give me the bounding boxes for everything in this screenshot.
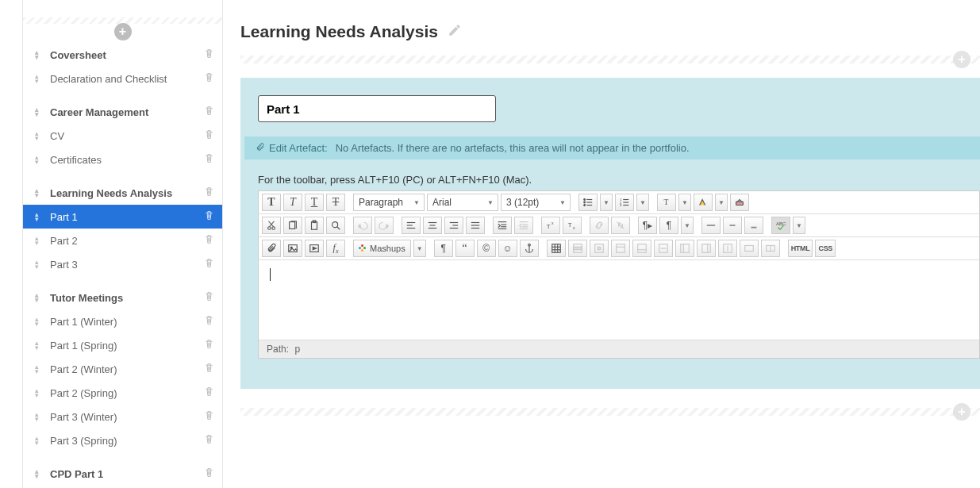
bullet-list-button[interactable] [578, 194, 598, 211]
strikethrough-button[interactable]: T [326, 194, 345, 211]
font-select[interactable]: Arial [427, 194, 498, 211]
align-right-button[interactable] [444, 217, 463, 234]
sidebar-item[interactable]: ▴▾CV [23, 124, 222, 148]
edit-artefact-link[interactable]: Edit Artefact: [269, 142, 328, 154]
table-button[interactable] [547, 240, 566, 257]
unlink-button[interactable] [611, 217, 630, 234]
trash-icon[interactable] [204, 434, 214, 447]
align-center-button[interactable] [423, 217, 442, 234]
editor-textarea[interactable] [259, 260, 979, 340]
link-button[interactable] [590, 217, 609, 234]
mashups-button[interactable]: Mashups [353, 240, 411, 257]
trash-icon[interactable] [204, 258, 214, 271]
sidebar-item[interactable]: ▴▾Certificates [23, 148, 222, 171]
merge-cells-button[interactable] [740, 240, 759, 257]
trash-icon[interactable] [204, 410, 214, 423]
drag-handle-icon[interactable]: ▴▾ [31, 436, 42, 445]
bullet-list-dropdown[interactable]: ▼ [600, 194, 613, 211]
drag-handle-icon[interactable]: ▴▾ [31, 469, 42, 478]
bold-button[interactable]: T [262, 194, 281, 211]
trash-icon[interactable] [204, 153, 214, 166]
subscript-button[interactable]: Tx [563, 217, 582, 234]
mashups-dropdown[interactable]: ▼ [413, 240, 426, 257]
sidebar-item[interactable]: ▴▾Part 2 (Spring) [23, 381, 222, 405]
sidebar-section-header[interactable]: ▴▾Tutor Meetings [23, 286, 222, 309]
hr-button[interactable] [701, 217, 721, 234]
trash-icon[interactable] [204, 291, 214, 304]
spellcheck-button[interactable]: ABC [771, 217, 790, 234]
section-title-input[interactable] [258, 95, 496, 122]
sidebar-item[interactable]: ▴▾Part 1 (Spring) [23, 333, 222, 357]
highlight-button[interactable] [694, 194, 713, 211]
cut-button[interactable] [262, 217, 281, 234]
number-list-dropdown[interactable]: ▼ [636, 194, 649, 211]
text-color-dropdown[interactable]: ▼ [678, 194, 691, 211]
paste-button[interactable] [305, 217, 324, 234]
drag-handle-icon[interactable]: ▴▾ [31, 236, 42, 245]
align-left-button[interactable] [402, 217, 421, 234]
trash-icon[interactable] [204, 339, 214, 352]
delete-col-button[interactable] [718, 240, 737, 257]
image-button[interactable] [283, 240, 302, 257]
italic-button[interactable]: T [283, 194, 302, 211]
symbol-button[interactable]: © [477, 240, 496, 257]
insert-col-after-button[interactable] [697, 240, 716, 257]
sidebar-section-header[interactable]: ▴▾CPD Part 1 [23, 462, 222, 486]
ltr-button[interactable]: ¶▸ [638, 217, 657, 234]
html-view-button[interactable]: HTML [788, 240, 813, 257]
underline-button[interactable]: T [305, 194, 324, 211]
trash-icon[interactable] [204, 386, 214, 399]
drag-handle-icon[interactable]: ▴▾ [31, 50, 42, 60]
sidebar-item[interactable]: ▴▾Declaration and Checklist [23, 67, 222, 90]
trash-icon[interactable] [204, 315, 214, 328]
redo-button[interactable] [375, 217, 394, 234]
undo-button[interactable] [353, 217, 372, 234]
show-blocks-button[interactable]: ¶ [434, 240, 453, 257]
highlight-dropdown[interactable]: ▼ [715, 194, 728, 211]
dash-button[interactable] [723, 217, 742, 234]
delete-row-button[interactable] [654, 240, 673, 257]
sidebar-item[interactable]: ▴▾Part 3 [23, 252, 222, 276]
sidebar-item[interactable]: ▴▾Part 2 (Winter) [23, 357, 222, 381]
table-cell-props-button[interactable] [590, 240, 609, 257]
number-list-button[interactable]: 123 [615, 194, 634, 211]
add-section-button[interactable]: + [114, 23, 132, 40]
sidebar-section-header[interactable]: ▴▾Career Management [23, 100, 222, 124]
sidebar-item[interactable]: ▴▾Part 2 [23, 229, 222, 252]
trash-icon[interactable] [204, 210, 214, 223]
trash-icon[interactable] [204, 186, 214, 199]
fontsize-select[interactable]: 3 (12pt) [501, 194, 571, 211]
insert-row-after-button[interactable] [632, 240, 651, 257]
nbsp-button[interactable] [744, 217, 763, 234]
drag-handle-icon[interactable]: ▴▾ [31, 155, 42, 164]
find-button[interactable] [326, 217, 345, 234]
drag-handle-icon[interactable]: ▴▾ [31, 317, 42, 326]
drag-handle-icon[interactable]: ▴▾ [31, 212, 42, 221]
split-cells-button[interactable] [761, 240, 780, 257]
superscript-button[interactable]: Tx [541, 217, 560, 234]
blockquote-button[interactable]: “ [455, 240, 475, 257]
formula-button[interactable]: fx [326, 240, 345, 257]
add-block-button-bottom[interactable]: + [953, 403, 970, 421]
drag-handle-icon[interactable]: ▴▾ [31, 293, 42, 302]
outdent-button[interactable] [514, 217, 533, 234]
trash-icon[interactable] [204, 48, 214, 61]
insert-col-before-button[interactable] [675, 240, 694, 257]
drag-handle-icon[interactable]: ▴▾ [31, 259, 42, 269]
clear-formatting-button[interactable] [730, 194, 749, 211]
attach-button[interactable] [262, 240, 281, 257]
sidebar-item[interactable]: ▴▾Part 1 [23, 205, 222, 229]
drag-handle-icon[interactable]: ▴▾ [31, 412, 42, 421]
drag-handle-icon[interactable]: ▴▾ [31, 340, 42, 350]
drag-handle-icon[interactable]: ▴▾ [31, 364, 42, 374]
trash-icon[interactable] [204, 106, 214, 118]
trash-icon[interactable] [204, 72, 214, 85]
indent-button[interactable] [493, 217, 512, 234]
rtl-button[interactable]: ¶ [659, 217, 678, 234]
table-row-props-button[interactable] [568, 240, 587, 257]
css-view-button[interactable]: CSS [815, 240, 836, 257]
text-color-button[interactable]: T [657, 194, 676, 211]
sidebar-item[interactable]: ▴▾Part 3 (Winter) [23, 405, 222, 428]
sidebar-section-header[interactable]: ▴▾Coversheet [23, 43, 222, 67]
drag-handle-icon[interactable]: ▴▾ [31, 74, 42, 83]
